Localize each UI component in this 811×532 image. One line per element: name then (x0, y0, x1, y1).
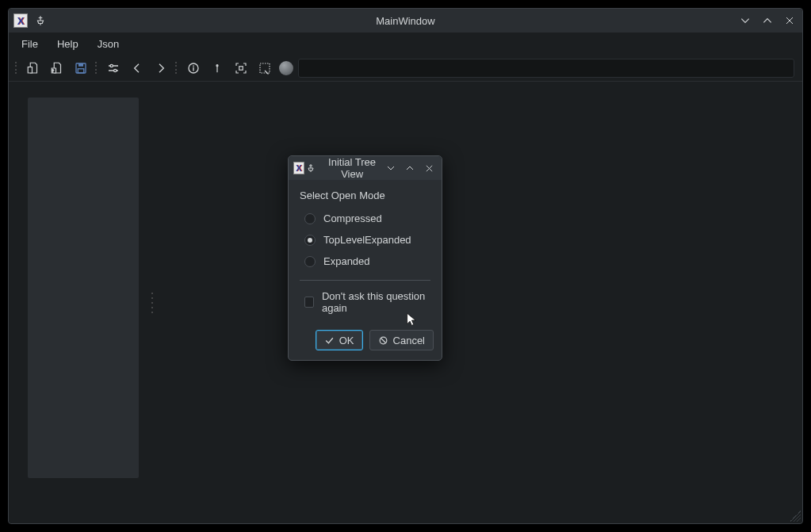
separator (300, 280, 430, 281)
toolbar (9, 55, 802, 82)
pin-window-icon[interactable] (33, 13, 48, 29)
radio-label: Expanded (323, 255, 370, 267)
folder-open-icon[interactable] (22, 58, 44, 78)
close-icon[interactable] (782, 13, 798, 29)
minimize-icon[interactable] (737, 13, 753, 29)
svg-rect-8 (260, 63, 270, 73)
svg-point-3 (110, 64, 113, 67)
tree-panel[interactable] (28, 98, 139, 478)
cancel-button[interactable]: Cancel (369, 330, 434, 350)
search-input[interactable] (298, 59, 794, 78)
prohibit-icon (378, 335, 388, 346)
radio-compressed[interactable]: Compressed (300, 208, 430, 229)
radio-icon (304, 213, 316, 224)
cancel-button-label: Cancel (393, 335, 425, 346)
ok-button[interactable]: OK (316, 330, 363, 350)
svg-rect-2 (78, 68, 84, 72)
pin-icon[interactable] (206, 58, 228, 78)
radio-icon (304, 256, 316, 267)
select-rect-icon[interactable] (254, 58, 276, 78)
close-icon[interactable] (421, 160, 437, 176)
app-icon (293, 162, 304, 174)
checkbox-icon (304, 297, 314, 308)
menu-json[interactable]: Json (90, 35, 127, 53)
maximize-icon[interactable] (759, 13, 775, 29)
main-titlebar[interactable]: MainWindow (9, 9, 802, 33)
radio-expanded[interactable]: Expanded (300, 251, 430, 272)
fit-selection-icon[interactable] (230, 58, 252, 78)
svg-point-6 (216, 64, 218, 66)
toolbar-grip[interactable] (13, 59, 19, 77)
initial-tree-view-dialog: Initial Tree View Select Open Mode Compr… (288, 155, 442, 361)
search-icon[interactable] (277, 58, 295, 78)
radio-toplevelexpanded[interactable]: TopLevelExpanded (300, 229, 430, 251)
radio-label: TopLevelExpanded (323, 234, 411, 246)
splitter-handle[interactable] (151, 291, 155, 315)
svg-rect-1 (78, 63, 83, 67)
pin-window-icon[interactable] (304, 161, 316, 175)
menubar: File Help Json (9, 33, 802, 55)
menu-help[interactable]: Help (49, 35, 86, 53)
radio-label: Compressed (323, 212, 382, 224)
dialog-label: Select Open Mode (300, 189, 430, 201)
checkbox-label: Don't ask this question again (322, 290, 430, 314)
radio-icon (304, 235, 316, 246)
window-title: MainWindow (9, 15, 802, 27)
toolbar-grip-2[interactable] (94, 59, 99, 77)
menu-file[interactable]: File (13, 35, 46, 53)
minimize-icon[interactable] (383, 160, 399, 176)
info-icon[interactable] (182, 58, 205, 78)
svg-rect-7 (239, 66, 243, 70)
maximize-icon[interactable] (402, 160, 418, 176)
check-icon (324, 335, 335, 346)
dialog-title: Initial Tree View (321, 156, 383, 180)
ok-button-label: OK (339, 335, 354, 346)
settings-icon[interactable] (102, 58, 124, 78)
back-icon[interactable] (126, 58, 148, 78)
resize-grip-icon[interactable] (790, 511, 801, 522)
app-icon (13, 13, 28, 28)
save-icon[interactable] (70, 58, 92, 78)
svg-point-4 (114, 69, 117, 71)
forward-icon[interactable] (150, 58, 172, 78)
dialog-titlebar[interactable]: Initial Tree View (289, 156, 442, 180)
dont-ask-checkbox[interactable]: Don't ask this question again (300, 287, 430, 317)
toolbar-grip-3[interactable] (174, 59, 179, 77)
file-open-icon[interactable] (46, 58, 68, 78)
